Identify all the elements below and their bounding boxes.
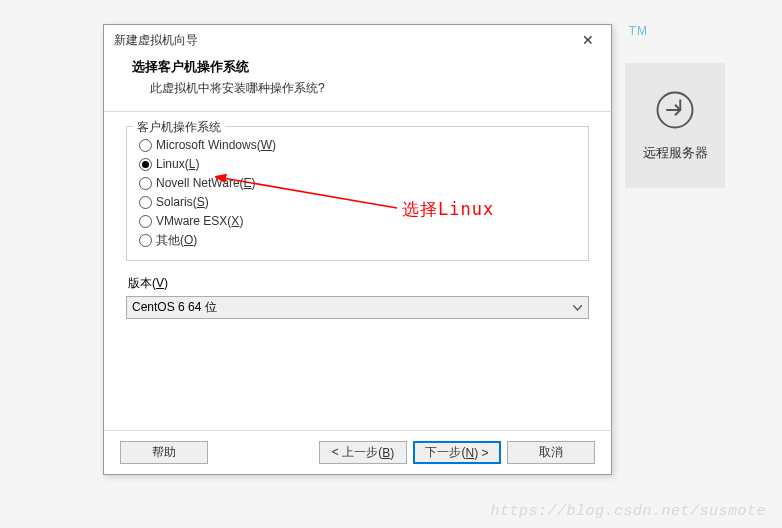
chevron-down-icon bbox=[573, 302, 582, 313]
watermark: https://blog.csdn.net/susmote bbox=[490, 503, 766, 520]
back-button[interactable]: < 上一步(B) bbox=[319, 441, 407, 464]
version-select[interactable]: CentOS 6 64 位 bbox=[126, 296, 589, 319]
remote-server-label: 远程服务器 bbox=[643, 144, 708, 162]
radio-icon bbox=[139, 234, 152, 247]
wizard-dialog: 新建虚拟机向导 ✕ 选择客户机操作系统 此虚拟机中将安装哪种操作系统? 客户机操… bbox=[103, 24, 612, 475]
os-label: VMware ESX(X) bbox=[156, 214, 243, 228]
os-option-other[interactable]: 其他(O) bbox=[139, 231, 576, 249]
guest-os-legend: 客户机操作系统 bbox=[133, 119, 225, 136]
dialog-title: 新建虚拟机向导 bbox=[114, 32, 573, 49]
os-option-windows[interactable]: Microsoft Windows(W) bbox=[139, 136, 576, 154]
os-option-vmware-esx[interactable]: VMware ESX(X) bbox=[139, 212, 576, 230]
cancel-button[interactable]: 取消 bbox=[507, 441, 595, 464]
dialog-subheading: 此虚拟机中将安装哪种操作系统? bbox=[132, 80, 583, 97]
remote-server-icon bbox=[654, 89, 696, 134]
radio-icon bbox=[139, 158, 152, 171]
os-label: Novell NetWare(E) bbox=[156, 176, 256, 190]
dialog-header: 选择客户机操作系统 此虚拟机中将安装哪种操作系统? bbox=[104, 55, 611, 111]
os-label: 其他(O) bbox=[156, 232, 197, 249]
dialog-content: 客户机操作系统 Microsoft Windows(W) Linux(L) No… bbox=[104, 112, 611, 430]
os-label: Microsoft Windows(W) bbox=[156, 138, 276, 152]
os-label: Solaris(S) bbox=[156, 195, 209, 209]
trademark-text: TM bbox=[629, 24, 648, 38]
radio-icon bbox=[139, 139, 152, 152]
os-option-novell[interactable]: Novell NetWare(E) bbox=[139, 174, 576, 192]
version-label: 版本(V) bbox=[128, 275, 589, 292]
help-button[interactable]: 帮助 bbox=[120, 441, 208, 464]
os-label: Linux(L) bbox=[156, 157, 199, 171]
guest-os-group: 客户机操作系统 Microsoft Windows(W) Linux(L) No… bbox=[126, 126, 589, 261]
remote-server-tile[interactable]: 远程服务器 bbox=[625, 63, 725, 188]
radio-icon bbox=[139, 177, 152, 190]
next-button[interactable]: 下一步(N) > bbox=[413, 441, 501, 464]
close-icon[interactable]: ✕ bbox=[573, 29, 603, 51]
radio-icon bbox=[139, 196, 152, 209]
os-option-solaris[interactable]: Solaris(S) bbox=[139, 193, 576, 211]
radio-icon bbox=[139, 215, 152, 228]
dialog-titlebar: 新建虚拟机向导 ✕ bbox=[104, 25, 611, 55]
dialog-heading: 选择客户机操作系统 bbox=[132, 59, 583, 76]
dialog-footer: 帮助 < 上一步(B) 下一步(N) > 取消 bbox=[104, 430, 611, 474]
version-value: CentOS 6 64 位 bbox=[132, 299, 217, 316]
os-option-linux[interactable]: Linux(L) bbox=[139, 155, 576, 173]
